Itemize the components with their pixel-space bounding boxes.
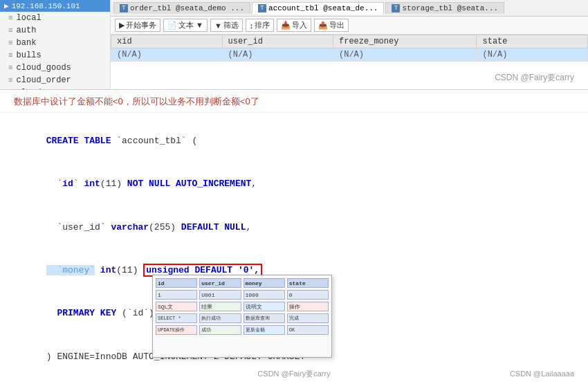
sort-button[interactable]: ↕ 排序 [246, 19, 275, 32]
col-user-id: user_id [222, 35, 333, 48]
play-icon: ▶ [119, 21, 125, 30]
tab-storage-tbl[interactable]: T storage_tbl @seata... [385, 2, 504, 14]
db-icon: ≡ [8, 64, 13, 72]
filter-button[interactable]: ▼ 筛选 [210, 19, 243, 32]
sidebar-item-bank[interactable]: ≡ bank [0, 37, 110, 49]
import-button[interactable]: 📥 导入 [277, 19, 311, 32]
sidebar-item-cloud-goods[interactable]: ≡ cloud_goods [0, 62, 110, 74]
database-sidebar: ▶ 192.168.150.101 ≡ local ≡ auth ≡ bank … [0, 0, 111, 89]
export-button[interactable]: 📤 导出 [314, 19, 349, 32]
db-icon: ≡ [8, 76, 13, 84]
tab-account-tbl[interactable]: T account_tbl @seata_de... [252, 2, 384, 15]
db-icon: ≡ [8, 26, 13, 35]
tabs-bar: T order_tbl @seata_demo ... T account_tb… [111, 0, 588, 17]
sort-icon: ↕ [250, 21, 254, 30]
main-content-area: T order_tbl @seata_demo ... T account_tb… [111, 0, 588, 89]
sidebar-item-cloud-user[interactable]: ≡ cloud_user [0, 86, 110, 89]
code-line-2: `id` int(11) NOT NULL AUTO_INCREMENT, [14, 163, 574, 205]
table-icon: T [120, 4, 128, 12]
watermark-bottom-center: CSDN @Fairy要carry [257, 368, 330, 381]
table-row[interactable]: (N/A) (N/A) (N/A) (N/A) [111, 48, 588, 62]
filter-icon: ▼ [214, 21, 222, 30]
text-icon: 📄 [167, 21, 177, 30]
toolbar: ▶ 开始事务 📄 文本 ▼ ▼ 筛选 ↕ 排序 📥 导入 📤 导出 [111, 17, 588, 35]
lower-section: 数据库中设计了金额不能<0，所以可以业务不用判断金额<0了 CREATE TAB… [0, 90, 588, 384]
col-xid: xid [111, 35, 223, 48]
tab-order-tbl[interactable]: T order_tbl @seata_demo ... [113, 2, 250, 14]
export-icon: 📤 [318, 21, 328, 30]
sidebar-item-cloud-order[interactable]: ≡ cloud_order [0, 74, 110, 86]
code-line-1: CREATE TABLE `account_tbl` ( [14, 120, 574, 163]
watermark-bottom-right: CSDN @Lailaaaaa [510, 368, 574, 381]
code-block: CREATE TABLE `account_tbl` ( `id` int(11… [0, 113, 588, 384]
table-icon: T [258, 4, 266, 12]
thumbnail-preview: id user_id money state 1 U001 1000 0 SQL… [152, 275, 332, 358]
code-line-3: `user_id` varchar(255) DEFAULT NULL, [14, 206, 574, 249]
sidebar-item-auth[interactable]: ≡ auth [0, 24, 110, 37]
cell-xid: (N/A) [111, 48, 223, 62]
table-icon: T [392, 4, 400, 12]
db-icon: ≡ [8, 51, 13, 60]
data-table: xid user_id freeze_money state (N/A) (N/… [111, 35, 588, 89]
db-icon: ≡ [8, 89, 13, 89]
sidebar-item-local[interactable]: ≡ local [0, 12, 110, 24]
cell-state: (N/A) [477, 48, 588, 62]
server-ip[interactable]: ▶ 192.168.150.101 [0, 0, 110, 12]
watermark-top: CSDN @Fairy要carry [495, 72, 574, 84]
db-icon: ≡ [8, 39, 13, 47]
begin-transaction-button[interactable]: ▶ 开始事务 [115, 19, 160, 32]
col-freeze-money: freeze_money [333, 35, 477, 48]
text-button[interactable]: 📄 文本 ▼ [163, 19, 208, 32]
explanation-text: 数据库中设计了金额不能<0，所以可以业务不用判断金额<0了 [0, 90, 588, 113]
expand-icon[interactable]: ▶ [4, 1, 9, 10]
cell-user-id: (N/A) [222, 48, 333, 62]
db-icon: ≡ [8, 14, 13, 22]
sidebar-item-bulls[interactable]: ≡ bulls [0, 49, 110, 62]
col-state: state [477, 35, 588, 48]
import-icon: 📥 [281, 21, 291, 30]
cell-freeze-money: (N/A) [333, 48, 477, 62]
